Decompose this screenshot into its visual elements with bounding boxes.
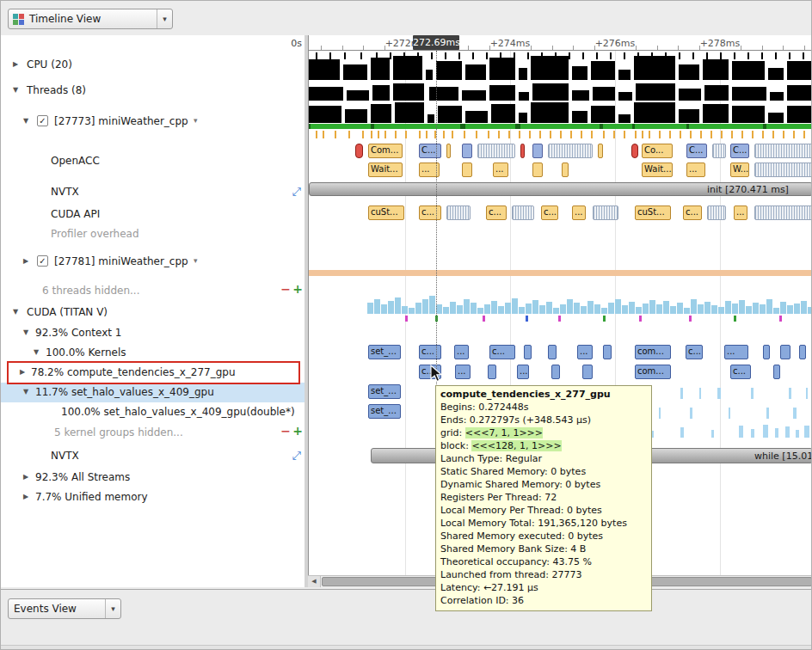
tree-row-label: [27773] miniWeather_cpp — [54, 115, 188, 127]
hide-rows-button[interactable]: − — [280, 282, 291, 296]
tooltip-line: Local Memory Total: 191,365,120 bytes — [440, 517, 647, 530]
tooltip-line: Launched from thread: 27773 — [440, 568, 647, 581]
tree-row-kernel-set-halo[interactable]: ▼ 11.7% set_halo_values_x_409_gpu — [1, 383, 304, 402]
expand-arrow-icon[interactable]: ▼ — [23, 328, 34, 336]
nvtx-range-init[interactable]: init [270.471 ms] — [309, 182, 812, 196]
expand-arrow-icon[interactable]: ▼ — [23, 388, 34, 396]
tree-row-label: 5 kernel groups hidden... — [54, 426, 183, 438]
tree-row-threads-hidden[interactable]: 6 threads hidden... − + — [1, 281, 304, 301]
cursor-time-badge: 272.69ms — [413, 35, 459, 50]
tooltip-title: compute_tendencies_x_277_gpu — [440, 388, 647, 401]
kernel-tooltip: compute_tendencies_x_277_gpu Begins: 0.2… — [435, 385, 652, 611]
ruler-origin-label: 0s — [276, 38, 302, 49]
tooltip-line: Correlation ID: 36 — [440, 594, 647, 607]
nvtx-range-label: while [15.018 s] — [754, 451, 812, 462]
tree-row-label: 92.3% All Streams — [35, 471, 130, 483]
check-icon: ✓ — [39, 116, 46, 126]
mouse-cursor-icon — [430, 365, 446, 383]
tree-row-context-1[interactable]: ▼ 92.3% Context 1 — [1, 323, 304, 343]
tree-row-nvtx-cuda[interactable]: NVTX ⤢ — [1, 446, 304, 466]
tree-row-thread-27773[interactable]: ▼ ✓ [27773] miniWeather_cpp ▾ — [1, 112, 304, 132]
show-rows-button[interactable]: + — [292, 424, 303, 438]
expand-arrow-icon[interactable]: ▼ — [13, 86, 23, 94]
scroll-left-button[interactable]: ◀ — [308, 576, 321, 587]
expand-row-icon[interactable]: ⤢ — [292, 185, 301, 199]
collapse-arrow-icon[interactable]: ▶ — [23, 493, 34, 500]
events-bottom-bar: Events View ▾ — [1, 589, 812, 650]
view-dropdown-label: Timeline View — [24, 13, 157, 25]
scroll-left-icon: ◀ — [311, 578, 316, 585]
tooltip-line: Shared Memory executed: 0 bytes — [440, 530, 647, 543]
tree-row-threads[interactable]: ▼ Threads (8) — [1, 81, 304, 101]
expand-arrow-icon[interactable]: ▼ — [34, 348, 44, 356]
tooltip-line: Launch Type: Regular — [440, 452, 647, 465]
top-toolbar: Timeline View ▾ — [1, 1, 812, 36]
tree-row-label: CPU (20) — [27, 58, 72, 71]
tree-row-label: 7.7% Unified memory — [35, 491, 148, 503]
collapse-arrow-icon[interactable]: ▶ — [23, 257, 34, 265]
tooltip-line: Static Shared Memory: 0 bytes — [440, 465, 647, 478]
tree-row-label: 6 threads hidden... — [42, 285, 139, 297]
nvtx-range-label: init [270.471 ms] — [707, 184, 789, 195]
thread-visibility-checkbox[interactable]: ✓ — [37, 255, 48, 267]
check-icon: ✓ — [39, 256, 46, 266]
tree-row-label: CUDA API — [51, 208, 100, 220]
tree-row-thread-27781[interactable]: ▶ ✓ [27781] miniWeather_cpp ▾ — [1, 252, 304, 272]
tooltip-line: Ends: 0.272797s (+348.543 μs) — [440, 414, 647, 426]
hidden-threads-band[interactable] — [309, 270, 812, 276]
annotation-rectangle — [7, 361, 300, 384]
chevron-down-icon[interactable]: ▾ — [157, 15, 172, 23]
events-strip — [1, 646, 812, 650]
tree-row-label: Profiler overhead — [51, 228, 139, 240]
tree-row-profiler-overhead[interactable]: Profiler overhead — [1, 224, 304, 244]
thread-options-caret-icon[interactable]: ▾ — [194, 116, 198, 125]
tree-row-label: OpenACC — [51, 155, 100, 167]
collapse-arrow-icon[interactable]: ▶ — [23, 473, 34, 481]
thread-visibility-checkbox[interactable]: ✓ — [37, 115, 48, 126]
expand-row-icon[interactable]: ⤢ — [292, 449, 301, 463]
timeline-view-dropdown[interactable]: Timeline View ▾ — [8, 9, 173, 29]
tooltip-line: Shared Memory Bank Size: 4 B — [440, 543, 647, 555]
tooltip-line: Local Memory Per Thread: 0 bytes — [440, 504, 647, 517]
events-dropdown-label: Events View — [9, 603, 105, 615]
tooltip-line: Dynamic Shared Memory: 0 bytes — [440, 478, 647, 491]
expand-arrow-icon[interactable]: ▼ — [23, 117, 34, 125]
tree-row-kernel-groups-hidden[interactable]: 5 kernel groups hidden... − + — [1, 423, 304, 443]
tooltip-line: Latency: ←27.191 μs — [440, 581, 647, 594]
tree-row-label: NVTX — [51, 450, 79, 462]
tree-row-label: CUDA (TITAN V) — [27, 306, 108, 318]
tooltip-body: Begins: 0.272448sEnds: 0.272797s (+348.5… — [440, 401, 647, 607]
expand-arrow-icon[interactable]: ▼ — [13, 308, 23, 316]
tooltip-line: Begins: 0.272448s — [440, 401, 647, 414]
events-view-dropdown[interactable]: Events View ▾ — [8, 598, 121, 619]
tree-row-label: 100.0% set_halo_values_x_409_gpu(double*… — [61, 406, 295, 418]
tree-row-label: NVTX — [51, 186, 79, 198]
nsight-systems-window: Timeline View ▾ 0s 272.69ms ▶ CPU (20) ▼… — [0, 0, 812, 650]
tree-row-label: 11.7% set_halo_values_x_409_gpu — [35, 386, 214, 398]
tree-row-label: 92.3% Context 1 — [35, 327, 121, 339]
tree-row-cpu[interactable]: ▶ CPU (20) — [1, 55, 304, 75]
tooltip-line: grid: <<<7, 1, 1>>> — [440, 426, 647, 439]
tree-row-cuda-api[interactable]: CUDA API — [1, 205, 304, 224]
tree-row-label: [27781] miniWeather_cpp — [54, 255, 188, 267]
show-rows-button[interactable]: + — [292, 282, 303, 296]
hide-rows-button[interactable]: − — [280, 424, 291, 438]
tree-row-openacc[interactable]: OpenACC — [1, 151, 304, 171]
tree-row-kernel-set-halo-instance[interactable]: 100.0% set_halo_values_x_409_gpu(double*… — [1, 402, 304, 422]
timeline-view-icon — [13, 14, 24, 25]
tree-row-label: Threads (8) — [27, 84, 86, 96]
tooltip-line: Theoretical occupancy: 43.75 % — [440, 555, 647, 568]
tree-row-nvtx-27773[interactable]: NVTX ⤢ — [1, 182, 304, 202]
ruler-baseline — [308, 50, 812, 51]
thread-options-caret-icon[interactable]: ▾ — [194, 256, 198, 265]
tooltip-line: block: <<<128, 1, 1>>> — [440, 439, 647, 452]
tree-row-unified-memory[interactable]: ▶ 7.7% Unified memory — [1, 488, 304, 507]
tree-row-all-streams[interactable]: ▶ 92.3% All Streams — [1, 468, 304, 488]
tree-row-label: 100.0% Kernels — [46, 346, 126, 359]
tooltip-line: Registers Per Thread: 72 — [440, 491, 647, 504]
collapse-arrow-icon[interactable]: ▶ — [13, 60, 23, 68]
tree-row-cuda-device[interactable]: ▼ CUDA (TITAN V) — [1, 303, 304, 322]
tree-row-kernels[interactable]: ▼ 100.0% Kernels — [1, 343, 304, 363]
chevron-down-icon[interactable]: ▾ — [106, 604, 120, 613]
